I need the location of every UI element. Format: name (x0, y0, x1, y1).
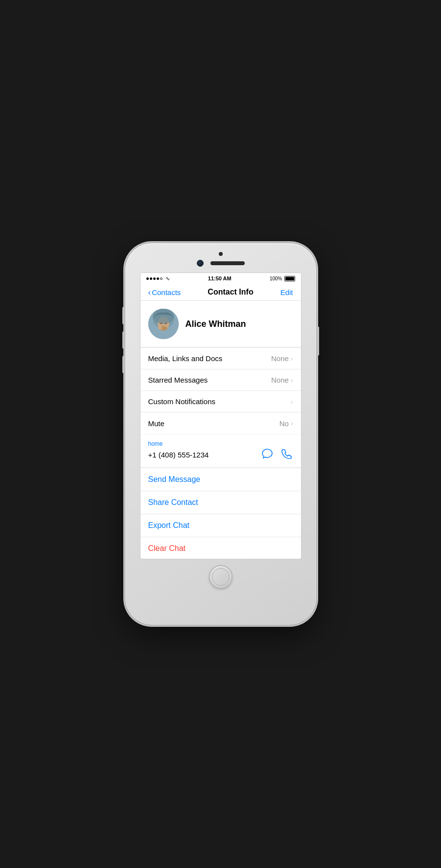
contact-name: Alice Whitman (186, 319, 246, 329)
media-value: None (271, 354, 289, 363)
signal-dot-1 (146, 277, 149, 280)
svg-point-5 (165, 323, 167, 324)
profile-section: Alice Whitman (140, 301, 301, 347)
mute-chevron-icon: › (291, 419, 293, 427)
message-icon (261, 448, 274, 459)
media-chevron-icon: › (291, 355, 293, 363)
status-left: ∿ (146, 275, 170, 282)
front-camera (197, 260, 204, 267)
phone-number-row: +1 (408) 555-1234 (148, 448, 293, 461)
signal-dot-2 (150, 277, 152, 280)
list-item-media[interactable]: Media, Links and Docs None › (140, 348, 301, 369)
battery-percent: 100% (270, 276, 282, 281)
phone-section: home +1 (408) 555-1234 (140, 434, 301, 468)
sensor-dot (219, 252, 223, 256)
list-item-starred[interactable]: Starred Messages None › (140, 369, 301, 391)
message-button[interactable] (261, 448, 274, 461)
media-right: None › (271, 354, 293, 363)
svg-point-3 (153, 309, 174, 324)
home-button-ring (212, 568, 230, 586)
wifi-icon: ∿ (165, 275, 170, 282)
phone-action-buttons (261, 448, 293, 461)
phone-top (125, 243, 316, 273)
home-button[interactable] (209, 565, 232, 589)
clear-chat-label: Clear Chat (148, 544, 186, 552)
mute-label: Mute (148, 419, 164, 428)
avatar-image (148, 309, 179, 339)
status-bar: ∿ 11:50 AM 100% (140, 273, 301, 284)
battery-icon (284, 276, 295, 281)
content-area: Alice Whitman Media, Links and Docs None… (140, 301, 301, 555)
export-chat-label: Export Chat (148, 521, 189, 529)
list-item-mute[interactable]: Mute No › (140, 412, 301, 434)
navigation-bar: ‹ Contacts Contact Info Edit (140, 284, 301, 301)
back-label: Contacts (152, 288, 181, 297)
signal-strength (146, 277, 162, 280)
starred-chevron-icon: › (291, 376, 293, 384)
battery-fill (285, 277, 294, 280)
mute-value: No (279, 419, 289, 428)
send-message-action[interactable]: Send Message (140, 468, 301, 491)
clear-chat-action[interactable]: Clear Chat (140, 537, 301, 555)
mute-right: No › (279, 419, 293, 428)
media-label: Media, Links and Docs (148, 354, 223, 363)
starred-label: Starred Messages (148, 376, 208, 384)
avatar (148, 309, 179, 339)
signal-dot-5 (160, 277, 162, 280)
share-contact-action[interactable]: Share Contact (140, 491, 301, 514)
back-button[interactable]: ‹ Contacts (148, 288, 181, 297)
phone-icon (281, 448, 293, 459)
avatar-svg (148, 309, 179, 339)
send-message-label: Send Message (148, 475, 201, 483)
back-chevron-icon: ‹ (148, 288, 151, 297)
phone-number: +1 (408) 555-1234 (148, 451, 209, 459)
status-right: 100% (270, 276, 295, 281)
speaker-grille (210, 261, 245, 265)
starred-right: None › (271, 376, 293, 384)
notifications-label: Custom Notifications (148, 397, 216, 406)
phone-frame: ∿ 11:50 AM 100% ‹ Contacts Contact Info … (125, 243, 316, 625)
status-time: 11:50 AM (208, 275, 232, 281)
edit-button[interactable]: Edit (280, 288, 293, 297)
notifications-chevron-icon: › (291, 398, 293, 406)
call-button[interactable] (281, 448, 293, 461)
phone-screen: ∿ 11:50 AM 100% ‹ Contacts Contact Info … (140, 273, 302, 559)
notifications-right: › (291, 398, 293, 406)
signal-dot-4 (157, 277, 159, 280)
phone-type-label: home (148, 440, 293, 447)
starred-value: None (271, 376, 289, 384)
menu-items-section: Media, Links and Docs None › Starred Mes… (140, 348, 301, 434)
page-title: Contact Info (208, 288, 253, 297)
svg-point-4 (160, 323, 162, 324)
signal-dot-3 (153, 277, 156, 280)
share-contact-label: Share Contact (148, 498, 198, 506)
export-chat-action[interactable]: Export Chat (140, 514, 301, 537)
action-section: Send Message Share Contact Export Chat C… (140, 468, 301, 555)
list-item-notifications[interactable]: Custom Notifications › (140, 391, 301, 412)
